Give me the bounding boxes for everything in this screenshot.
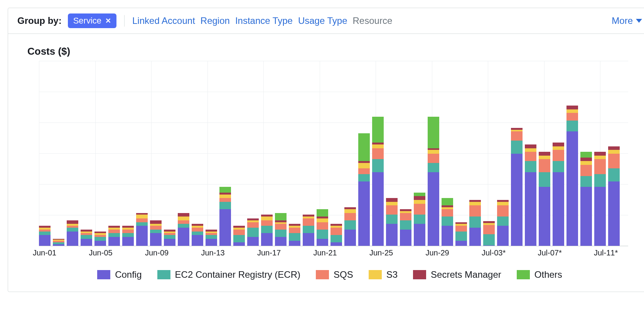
bar-column[interactable]: [150, 61, 162, 246]
bar-column[interactable]: [358, 61, 370, 246]
bar-segment: [386, 215, 398, 224]
bar-column[interactable]: [566, 61, 578, 246]
bar-column[interactable]: [608, 61, 620, 246]
chart-bars: [39, 61, 628, 246]
bar-column[interactable]: [108, 61, 120, 246]
bar-column[interactable]: [39, 61, 51, 246]
bar-segment: [275, 230, 287, 237]
bar-column[interactable]: [386, 61, 398, 246]
bar-segment: [330, 228, 342, 235]
bar-segment: [553, 146, 564, 150]
x-tick: Jul-07*: [544, 246, 558, 262]
bar-segment: [372, 144, 384, 148]
bar-column[interactable]: [580, 61, 592, 246]
bar-column[interactable]: [400, 61, 411, 246]
x-tick: Jul-11*: [600, 246, 614, 262]
legend-item-others[interactable]: Others: [517, 269, 562, 280]
legend-item-config[interactable]: Config: [97, 269, 142, 280]
bar-segment: [497, 205, 509, 217]
swatch-icon: [97, 270, 110, 279]
bar-segment: [497, 202, 509, 206]
legend-item-secrets[interactable]: Secrets Manager: [413, 269, 501, 280]
bar-column[interactable]: [553, 61, 564, 246]
bar-column[interactable]: [192, 61, 203, 246]
x-tick: [292, 246, 305, 262]
bar-segment: [303, 233, 314, 246]
bar-segment: [39, 235, 51, 246]
bar-column[interactable]: [67, 61, 78, 246]
bar-segment: [566, 109, 578, 113]
bar-column[interactable]: [178, 61, 189, 246]
tab-region[interactable]: Region: [201, 15, 230, 26]
bar-segment: [469, 205, 481, 217]
bar-segment: [289, 241, 300, 246]
bar-segment: [594, 187, 606, 246]
bar-column[interactable]: [206, 61, 217, 246]
more-dropdown[interactable]: More: [612, 15, 642, 26]
bar-column[interactable]: [372, 61, 384, 246]
legend-item-s3[interactable]: S3: [369, 269, 398, 280]
bar-segment: [358, 181, 370, 246]
bar-column[interactable]: [261, 61, 273, 246]
bar-column[interactable]: [233, 61, 245, 246]
bar-column[interactable]: [497, 61, 509, 246]
bar-column[interactable]: [442, 61, 453, 246]
bar-segment: [400, 230, 411, 246]
bar-column[interactable]: [136, 61, 148, 246]
bar-segment: [469, 228, 481, 246]
tab-linked-account[interactable]: Linked Account: [132, 15, 195, 26]
bar-segment: [219, 195, 231, 198]
bar-segment: [358, 133, 370, 161]
bar-segment: [94, 241, 106, 246]
bar-column[interactable]: [539, 61, 550, 246]
tab-instance-type[interactable]: Instance Type: [235, 15, 293, 26]
group-by-toolbar: Group by: Service ✕ Linked Account Regio…: [8, 8, 644, 34]
x-tick: Jun-09: [151, 246, 165, 262]
bar-segment: [247, 228, 259, 237]
x-tick: [446, 246, 460, 262]
bar-column[interactable]: [414, 61, 425, 246]
bar-column[interactable]: [594, 61, 606, 246]
bar-column[interactable]: [511, 61, 523, 246]
bar-segment: [428, 163, 439, 172]
bar-segment: [497, 226, 509, 246]
close-icon[interactable]: ✕: [105, 17, 111, 25]
bar-segment: [317, 218, 328, 222]
x-tick: [179, 246, 193, 262]
bar-segment: [566, 106, 578, 109]
bar-segment: [539, 156, 550, 159]
bar-column[interactable]: [525, 61, 536, 246]
bar-column[interactable]: [317, 61, 328, 246]
group-by-chip-service[interactable]: Service ✕: [68, 13, 116, 28]
bar-column[interactable]: [247, 61, 259, 246]
bar-segment: [136, 222, 148, 226]
bar-segment: [400, 220, 411, 230]
bar-column[interactable]: [344, 61, 356, 246]
bar-column[interactable]: [289, 61, 300, 246]
legend-item-ecr[interactable]: EC2 Container Registry (ECR): [157, 269, 300, 280]
bar-segment: [150, 226, 162, 230]
bar-column[interactable]: [94, 61, 106, 246]
x-tick: Jun-17: [263, 246, 277, 262]
bar-column[interactable]: [330, 61, 342, 246]
bar-column[interactable]: [303, 61, 314, 246]
x-tick: [123, 246, 137, 262]
bar-column[interactable]: [164, 61, 175, 246]
bar-column[interactable]: [122, 61, 134, 246]
legend-item-sqs[interactable]: SQS: [316, 269, 353, 280]
bar-segment: [483, 234, 495, 245]
bar-column[interactable]: [428, 61, 439, 246]
tab-usage-type[interactable]: Usage Type: [298, 15, 347, 26]
swatch-icon: [157, 270, 170, 279]
bar-segment: [275, 213, 287, 220]
chart-title: Costs ($): [27, 45, 640, 57]
bar-column[interactable]: [53, 61, 64, 246]
bar-column[interactable]: [483, 61, 495, 246]
bar-column[interactable]: [81, 61, 92, 246]
bar-column[interactable]: [455, 61, 467, 246]
bar-column[interactable]: [275, 61, 287, 246]
chart-area: Costs ($) Jun-01Jun-05Jun-09Jun-13Jun-17…: [8, 34, 644, 292]
bar-column[interactable]: [469, 61, 481, 246]
bar-column[interactable]: [219, 61, 231, 246]
cost-bar-chart: Jun-01Jun-05Jun-09Jun-13Jun-17Jun-21Jun-…: [27, 61, 632, 262]
